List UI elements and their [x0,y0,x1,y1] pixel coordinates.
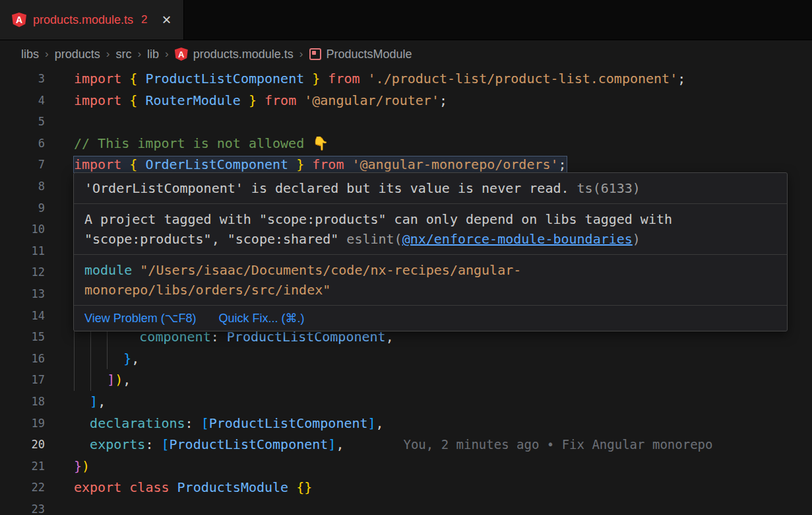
tab-title: products.module.ts [33,13,133,27]
line-number[interactable]: 23 [0,498,45,515]
code-line[interactable]: 19 declarations: [ProductListComponent], [0,413,812,434]
tab-products-module[interactable]: A products.module.ts 2 × [0,0,184,40]
breadcrumb-label: products [55,48,100,61]
indent-guide [90,369,107,391]
breadcrumb-separator: › [106,48,110,61]
breadcrumb-label: ProductsModule [327,48,412,61]
line-number[interactable]: 19 [0,413,45,434]
git-blame: You, 2 minutes ago • Fix Angular monorep… [403,437,712,452]
breadcrumb: libs›products›src›lib›Aproducts.module.t… [0,40,812,68]
tab-bar: A products.module.ts 2 × [0,0,812,40]
code-text: exports: [ProductListComponent],You, 2 m… [74,434,712,456]
eslint-message-line1: A project tagged with "scope:products" c… [84,209,776,229]
code-text: export class ProductsModule {} [74,477,312,498]
line-number[interactable]: 15 [0,326,45,348]
view-problem-action[interactable]: View Problem (⌥F8) [84,310,196,326]
angular-icon: A [175,48,188,61]
line-number[interactable]: 10 [0,219,45,240]
code-text: // This import is not allowed 👇 [74,133,328,154]
close-icon[interactable]: × [162,12,172,28]
code-line[interactable]: 23 [0,498,812,515]
breadcrumb-item-libs[interactable]: libs [21,48,39,61]
ts-diagnostic-code: ts(6133) [577,180,640,196]
code-text: }, [74,348,139,370]
line-number[interactable]: 4 [0,90,45,112]
line-number[interactable]: 11 [0,240,45,262]
quick-fix-action[interactable]: Quick Fix... (⌘.) [218,310,304,326]
module-path-line2: monorepo/libs/orders/src/index" [84,282,330,298]
hover-module-info: module "/Users/isaac/Documents/code/nx-r… [74,254,787,305]
module-keyword: module [84,262,132,278]
line-number[interactable]: 22 [0,477,45,498]
breadcrumb-label: lib [147,48,159,61]
module-path-line1: "/Users/isaac/Documents/code/nx-recipes/… [140,262,521,278]
breadcrumb-item-src[interactable]: src [115,48,131,61]
code-text: }) [74,456,90,477]
breadcrumb-label: libs [21,48,39,61]
indent-guide [74,348,90,370]
indent-guide [74,369,90,391]
line-number[interactable]: 21 [0,456,45,477]
editor[interactable]: 3import { ProductListComponent } from '.… [0,68,812,515]
line-number[interactable]: 17 [0,369,45,391]
error-highlight: import { OrderListComponent } from '@ang… [74,156,567,172]
line-number[interactable]: 5 [0,111,45,133]
code-text: ]), [74,369,131,391]
code-line[interactable]: 16}, [0,348,812,370]
line-number[interactable]: 20 [0,434,45,456]
eslint-source: eslint(@nx/enforce-module-boundaries) [346,231,640,247]
breadcrumb-separator: › [165,48,169,61]
angular-icon: A [12,13,26,27]
code-text: declarations: [ProductListComponent], [74,413,384,434]
code-line[interactable]: 5 [0,111,812,133]
breadcrumb-separator: › [45,48,49,61]
line-number[interactable]: 18 [0,391,45,413]
code-line[interactable]: 3import { ProductListComponent } from '.… [0,68,812,90]
line-number[interactable]: 12 [0,261,45,283]
code-text: ], [74,391,106,413]
indent-guide [90,348,107,370]
symbol-class-icon [309,48,321,60]
line-number[interactable]: 9 [0,197,45,219]
breadcrumb-separator: › [137,48,141,61]
line-number[interactable]: 3 [0,68,45,90]
line-number[interactable]: 7 [0,154,45,176]
hover-eslint-diagnostic: A project tagged with "scope:products" c… [74,203,787,254]
breadcrumb-item-products[interactable]: products [55,48,100,61]
breadcrumb-label: products.module.ts [193,48,294,61]
code-line[interactable]: 21}) [0,456,812,477]
line-number[interactable]: 16 [0,348,45,370]
ts-diagnostic-message: 'OrderListComponent' is declared but its… [84,180,569,196]
eslint-rule-link[interactable]: @nx/enforce-module-boundaries [402,231,633,247]
code-text: import { RouterModule } from '@angular/r… [74,90,447,112]
breadcrumb-label: src [115,48,131,61]
indent-guide [107,348,123,370]
tab-error-badge: 2 [141,13,147,26]
line-number[interactable]: 13 [0,283,45,305]
code-text: import { ProductListComponent } from './… [74,68,685,90]
code-line[interactable]: 17]), [0,369,812,391]
code-line[interactable]: 20 exports: [ProductListComponent],You, … [0,434,812,456]
code-line[interactable]: 6// This import is not allowed 👇 [0,133,812,154]
breadcrumb-item-products-module-ts[interactable]: Aproducts.module.ts [175,48,294,61]
code-line[interactable]: 22export class ProductsModule {} [0,477,812,498]
line-number[interactable]: 6 [0,133,45,154]
line-number[interactable]: 8 [0,176,45,197]
breadcrumb-item-lib[interactable]: lib [147,48,159,61]
eslint-message-line2: "scope:products", "scope:shared" [84,231,338,247]
breadcrumb-item-productsmodule[interactable]: ProductsModule [309,48,412,61]
hover-ts-diagnostic: 'OrderListComponent' is declared but its… [74,173,787,203]
code-line[interactable]: 18 ], [0,391,812,413]
hover-actions: View Problem (⌥F8) Quick Fix... (⌘.) [74,305,787,331]
code-line[interactable]: 4import { RouterModule } from '@angular/… [0,90,812,112]
breadcrumb-separator: › [299,48,303,61]
hover-popup: 'OrderListComponent' is declared but its… [73,172,788,331]
line-number[interactable]: 14 [0,305,45,327]
